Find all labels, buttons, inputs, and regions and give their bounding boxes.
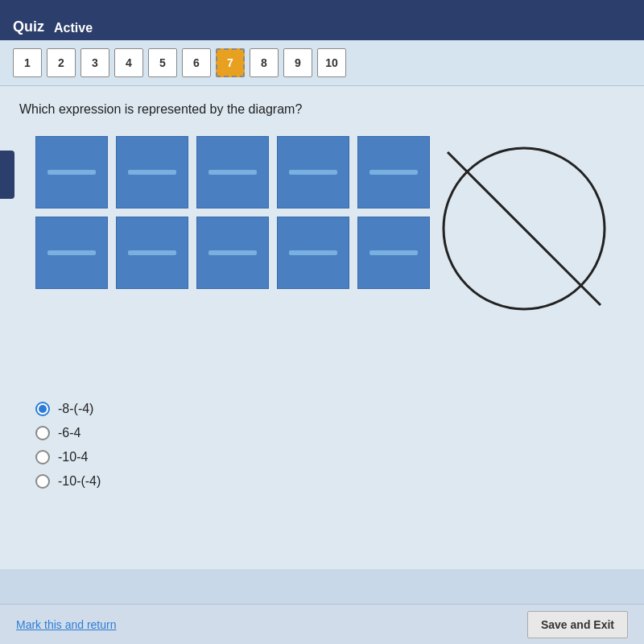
block-1-2 [116,136,188,208]
block-2-3 [196,217,269,289]
answer-label-4: -10-(-4) [58,474,101,489]
answer-label-1: -8-(-4) [58,402,93,416]
bottom-bar: Mark this and return Save and Exit [0,604,644,644]
mark-return-link[interactable]: Mark this and return [16,618,117,631]
block-line [289,250,337,255]
question-text: Which expression is represented by the d… [19,102,625,117]
save-exit-button[interactable]: Save and Exit [527,611,628,638]
status-label: Active [54,21,93,35]
block-2-2 [116,217,188,289]
radio-1[interactable] [35,402,50,416]
content-area: Which expression is represented by the d… [0,86,644,569]
block-line [128,250,176,255]
answer-option-3[interactable]: -10-4 [35,450,625,464]
block-1-1 [35,136,108,208]
block-line [208,250,257,255]
answer-option-2[interactable]: -6-4 [35,426,625,440]
top-bar: Quiz Active [0,0,644,40]
radio-2[interactable] [35,426,50,440]
block-line [47,170,96,175]
answer-option-4[interactable]: -10-(-4) [35,474,625,489]
answer-label-3: -10-4 [58,450,88,464]
block-2-5 [357,217,430,289]
block-1-3 [196,136,269,208]
nav-btn-6[interactable]: 6 [182,48,211,77]
block-line [369,250,418,255]
blocks-row-1 [35,136,430,208]
block-line [47,250,96,255]
side-tab [0,151,14,199]
radio-4[interactable] [35,474,50,489]
circle-overlay [440,144,609,313]
answer-option-1[interactable]: -8-(-4) [35,402,625,416]
blocks-row-2 [35,217,430,289]
block-line [208,170,257,175]
block-line [128,170,176,175]
nav-btn-3[interactable]: 3 [80,48,109,77]
nav-btn-7[interactable]: 7 [216,48,245,77]
nav-btn-5[interactable]: 5 [148,48,177,77]
blocks-grid [35,136,430,289]
radio-3[interactable] [35,450,50,464]
answer-label-2: -6-4 [58,426,80,440]
block-line [369,170,418,175]
nav-btn-8[interactable]: 8 [250,48,279,77]
block-1-4 [277,136,349,208]
question-nav: 1 2 3 4 5 6 7 8 9 10 [0,40,644,86]
block-line [289,170,337,175]
nav-btn-4[interactable]: 4 [114,48,143,77]
block-2-1 [35,217,108,289]
block-1-5 [357,136,430,208]
svg-line-1 [448,152,601,305]
answer-options: -8-(-4) -6-4 -10-4 -10-(-4) [19,402,625,489]
quiz-label: Quiz [13,19,44,35]
diagram-area [19,136,625,378]
nav-btn-1[interactable]: 1 [13,48,42,77]
nav-btn-9[interactable]: 9 [283,48,312,77]
nav-btn-10[interactable]: 10 [317,48,346,77]
block-2-4 [277,217,349,289]
nav-btn-2[interactable]: 2 [47,48,76,77]
